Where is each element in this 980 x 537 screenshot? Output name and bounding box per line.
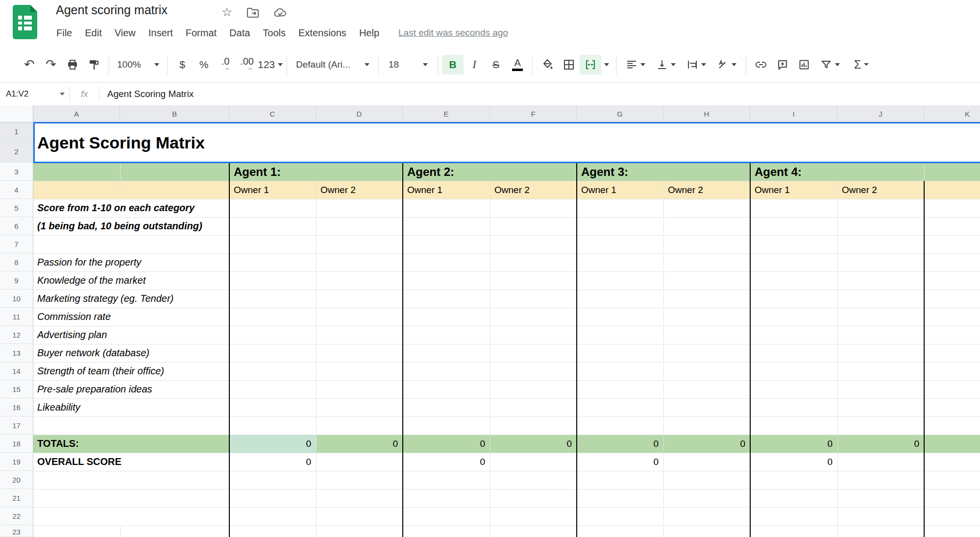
row-header-17[interactable]: 17: [0, 416, 33, 435]
cell-overall-label[interactable]: OVERALL SCORE: [37, 453, 122, 471]
row-header-9[interactable]: 9: [0, 271, 33, 290]
cell-totals-label[interactable]: TOTALS:: [37, 435, 79, 453]
functions-button[interactable]: Σ: [845, 55, 878, 74]
cell-total-h18[interactable]: 0: [663, 435, 745, 453]
col-header-j[interactable]: J: [837, 105, 924, 122]
row-header-16[interactable]: 16: [0, 398, 33, 416]
cell-title[interactable]: Agent Scoring Matrix: [37, 123, 205, 162]
select-all-corner[interactable]: [0, 105, 33, 122]
cell-owner[interactable]: Owner 1: [581, 181, 616, 199]
row-header-18[interactable]: 18: [0, 435, 33, 453]
row-header-5[interactable]: 5: [0, 199, 33, 217]
font-size-select[interactable]: 18: [383, 55, 434, 74]
row-header-21[interactable]: 21: [0, 489, 33, 507]
create-filter-button[interactable]: [815, 55, 845, 74]
cell-overall-g19[interactable]: 0: [577, 453, 659, 471]
zoom-select[interactable]: 100%: [113, 55, 163, 74]
menu-insert[interactable]: Insert: [142, 25, 179, 41]
row-header-15[interactable]: 15: [0, 380, 33, 398]
cell-agent-2[interactable]: Agent 2:: [407, 163, 454, 181]
menu-extensions[interactable]: Extensions: [292, 25, 353, 41]
move-to-folder-icon[interactable]: [246, 7, 259, 21]
format-currency-button[interactable]: $: [172, 55, 193, 74]
cell-owner[interactable]: Owner 1: [407, 181, 442, 199]
undo-button[interactable]: ↶: [19, 55, 40, 74]
cell-overall-c19[interactable]: 0: [229, 453, 311, 471]
menu-tools[interactable]: Tools: [256, 25, 292, 41]
cell-category[interactable]: Commission rate: [37, 308, 111, 326]
col-header-f[interactable]: F: [490, 105, 577, 122]
borders-button[interactable]: [558, 55, 580, 74]
row-header-11[interactable]: 11: [0, 308, 33, 326]
fill-color-button[interactable]: [537, 55, 558, 74]
cell-owner[interactable]: Owner 1: [755, 181, 790, 199]
text-wrap-button[interactable]: [681, 55, 711, 74]
text-color-button[interactable]: A: [507, 55, 528, 74]
insert-chart-button[interactable]: [793, 55, 815, 74]
insert-comment-button[interactable]: [772, 55, 793, 74]
cell-owner[interactable]: Owner 2: [842, 181, 877, 199]
row-header-8[interactable]: 8: [0, 253, 33, 271]
formula-input[interactable]: Agent Scoring Matrix: [99, 89, 194, 99]
cloud-saved-icon[interactable]: [273, 7, 287, 21]
cell-category[interactable]: Knowledge of the market: [37, 271, 146, 290]
cell-owner[interactable]: Owner 2: [668, 181, 703, 199]
sheets-logo-icon[interactable]: [13, 5, 37, 39]
cell-overall-e19[interactable]: 0: [403, 453, 485, 471]
row-header-7[interactable]: 7: [0, 235, 33, 253]
col-header-h[interactable]: H: [663, 105, 750, 122]
row-header-23[interactable]: 23: [0, 525, 33, 537]
cell-total-f18[interactable]: 0: [490, 435, 572, 453]
cell-total-d18[interactable]: 0: [316, 435, 398, 453]
font-family-select[interactable]: Default (Ari...: [291, 55, 374, 74]
strikethrough-button[interactable]: S: [485, 55, 507, 74]
cell-agent-3[interactable]: Agent 3:: [581, 163, 628, 181]
cell-total-c18[interactable]: 0: [229, 435, 311, 453]
name-box[interactable]: A1:V2: [0, 89, 70, 99]
col-header-e[interactable]: E: [403, 105, 490, 122]
cell-overall-i19[interactable]: 0: [750, 453, 833, 471]
row-header-10[interactable]: 10: [0, 290, 33, 308]
cell-owner[interactable]: Owner 2: [320, 181, 356, 199]
cell-total-g18[interactable]: 0: [577, 435, 659, 453]
col-header-a[interactable]: A: [33, 105, 120, 122]
vertical-align-button[interactable]: [651, 55, 681, 74]
cell-category[interactable]: Pre-sale preparation ideas: [37, 380, 152, 398]
row-header-3[interactable]: 3: [0, 163, 33, 181]
cell-note-1[interactable]: Score from 1-10 on each category: [37, 199, 195, 217]
cell-total-i18[interactable]: 0: [750, 435, 833, 453]
cell-agent-4[interactable]: Agent 4:: [755, 163, 802, 181]
text-rotation-button[interactable]: [711, 55, 742, 74]
italic-button[interactable]: I: [464, 55, 485, 74]
col-header-k[interactable]: K: [924, 105, 980, 122]
cell-total-e18[interactable]: 0: [403, 435, 485, 453]
col-header-g[interactable]: G: [577, 105, 663, 122]
bold-button[interactable]: B: [442, 55, 464, 74]
menu-edit[interactable]: Edit: [78, 25, 108, 41]
merge-cells-button[interactable]: [580, 55, 601, 74]
last-edit-link[interactable]: Last edit was seconds ago: [398, 25, 508, 41]
menu-data[interactable]: Data: [223, 25, 256, 41]
col-header-b[interactable]: B: [120, 105, 229, 122]
merge-options-caret[interactable]: [601, 55, 612, 74]
row-header-6[interactable]: 6: [0, 217, 33, 235]
insert-link-button[interactable]: [750, 55, 772, 74]
col-header-i[interactable]: I: [750, 105, 837, 122]
number-format-button[interactable]: 123: [258, 55, 283, 74]
cell-category[interactable]: Strength of team (their office): [37, 362, 164, 380]
menu-file[interactable]: File: [50, 25, 78, 41]
cell-owner[interactable]: Owner 1: [234, 181, 269, 199]
increase-decimal-button[interactable]: .00→: [236, 55, 258, 74]
row-header-12[interactable]: 12: [0, 326, 33, 344]
star-icon[interactable]: ☆: [221, 5, 232, 19]
paint-format-button[interactable]: [83, 55, 105, 74]
cell-note-2[interactable]: (1 being bad, 10 being outstanding): [37, 217, 202, 235]
menu-format[interactable]: Format: [179, 25, 223, 41]
horizontal-align-button[interactable]: [620, 55, 651, 74]
cell-category[interactable]: Advertising plan: [37, 326, 107, 344]
row-header-13[interactable]: 13: [0, 344, 33, 362]
redo-button[interactable]: ↷: [40, 55, 62, 74]
row-header-22[interactable]: 22: [0, 507, 33, 525]
cell-category[interactable]: Passion for the property: [37, 253, 141, 271]
format-percent-button[interactable]: %: [193, 55, 215, 74]
